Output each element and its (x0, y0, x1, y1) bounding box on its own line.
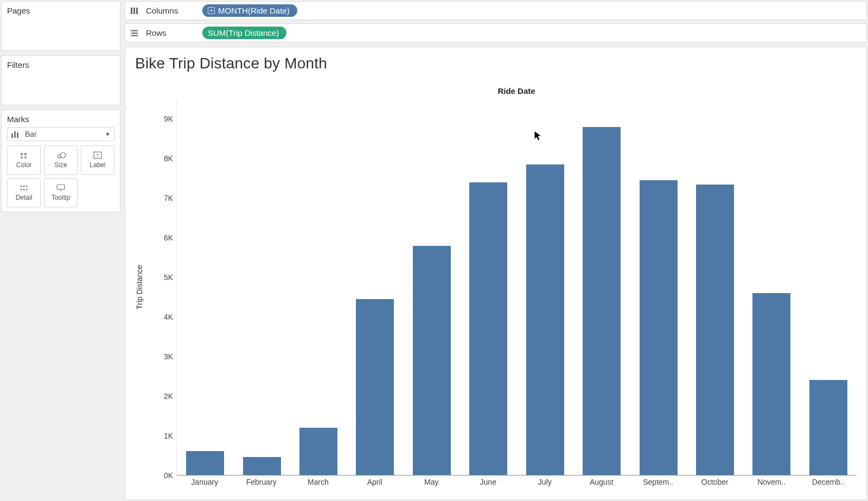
y-tick-label: 2K (164, 392, 173, 401)
svg-text:T: T (96, 153, 99, 158)
marks-color-button[interactable]: Color (7, 145, 41, 175)
bar-slot (743, 99, 800, 475)
marks-label: Marks (7, 115, 114, 124)
rows-shelf[interactable]: Rows SUM(Trip Distance) (125, 23, 867, 42)
y-tick-label: 9K (164, 115, 173, 123)
columns-label: Columns (146, 6, 195, 15)
x-tick-label: October (687, 475, 744, 490)
x-tick-label: January (176, 475, 233, 490)
y-tick-label: 5K (164, 273, 173, 282)
x-tick-label: April (347, 475, 404, 490)
marks-size-button[interactable]: Size (44, 145, 78, 175)
y-tick-label: 3K (164, 352, 173, 361)
detail-icon (19, 184, 29, 192)
bar[interactable] (583, 127, 621, 475)
rows-pill-label: SUM(Trip Distance) (208, 28, 279, 37)
mark-type-select[interactable]: Bar ▼ (7, 127, 114, 141)
bar[interactable] (186, 451, 224, 475)
svg-rect-2 (17, 132, 18, 138)
svg-point-14 (21, 189, 22, 191)
bar-slot (460, 99, 516, 475)
columns-shelf[interactable]: Columns + MONTH(Ride Date) (125, 1, 867, 20)
pages-label: Pages (7, 6, 114, 15)
x-tick-label: Septem.. (630, 475, 687, 490)
x-tick-label: March (290, 475, 347, 490)
marks-card: Marks Bar ▼ (1, 110, 120, 212)
marks-detail-label: Detail (16, 194, 33, 201)
x-axis-ticks: JanuaryFebruaryMarchAprilMayJuneJulyAugu… (176, 475, 857, 490)
bar-slot (800, 99, 857, 475)
bar[interactable] (752, 293, 790, 475)
svg-point-8 (60, 153, 66, 158)
svg-rect-17 (57, 185, 65, 189)
y-tick-label: 4K (164, 313, 173, 321)
x-tick-label: Decemb.. (800, 475, 857, 490)
visualization-canvas[interactable]: Bike Trip Distance by Month Ride Date Tr… (125, 47, 867, 500)
x-tick-label: August (573, 475, 630, 490)
svg-point-6 (24, 156, 27, 159)
tooltip-icon (56, 184, 66, 192)
y-tick-label: 8K (164, 154, 173, 163)
pages-card[interactable]: Pages (1, 1, 120, 51)
marks-tooltip-label: Tooltip (52, 194, 71, 201)
svg-point-4 (24, 153, 27, 156)
bar-slot (347, 99, 403, 475)
svg-point-5 (21, 156, 23, 159)
svg-point-15 (23, 189, 25, 191)
svg-point-12 (23, 186, 25, 187)
x-axis-title: Ride Date (176, 86, 857, 99)
bar-slot (177, 99, 233, 475)
rows-label: Rows (146, 28, 195, 37)
svg-point-16 (26, 189, 28, 191)
size-icon (55, 151, 67, 159)
bar-slot (687, 99, 743, 475)
y-tick-label: 0K (164, 471, 173, 480)
bar[interactable] (356, 299, 394, 475)
svg-rect-20 (136, 8, 138, 14)
bar[interactable] (299, 428, 337, 475)
label-icon: T (93, 151, 103, 159)
expand-icon: + (208, 7, 215, 14)
y-axis-ticks: 0K1K2K3K4K5K6K7K8K9K (150, 99, 176, 475)
bar-slot (233, 99, 290, 475)
x-tick-label: February (233, 475, 290, 490)
chart-title[interactable]: Bike Trip Distance by Month (125, 47, 866, 75)
filters-card[interactable]: Filters (1, 55, 120, 105)
bar[interactable] (469, 182, 507, 475)
chart-plot-area[interactable] (176, 99, 857, 475)
bar-slot (290, 99, 347, 475)
bar[interactable] (243, 457, 281, 475)
marks-detail-button[interactable]: Detail (7, 178, 41, 207)
columns-icon (130, 7, 138, 15)
svg-point-3 (21, 153, 23, 156)
rows-icon (130, 29, 138, 37)
rows-pill[interactable]: SUM(Trip Distance) (202, 27, 286, 39)
bar-slot (630, 99, 686, 475)
columns-pill[interactable]: + MONTH(Ride Date) (202, 4, 297, 17)
color-icon (19, 151, 29, 159)
svg-point-24 (130, 30, 131, 31)
bar[interactable] (809, 380, 847, 475)
bar[interactable] (696, 185, 734, 475)
y-axis-title: Trip Distance (135, 99, 150, 475)
x-tick-label: Novem.. (743, 475, 800, 490)
y-tick-label: 7K (164, 194, 173, 202)
svg-rect-0 (11, 134, 13, 138)
y-tick-label: 1K (164, 432, 173, 440)
x-tick-label: July (516, 475, 573, 490)
marks-label-button[interactable]: T Label (81, 145, 114, 175)
svg-rect-18 (131, 8, 132, 14)
svg-point-13 (26, 186, 28, 187)
svg-point-25 (130, 33, 131, 34)
columns-pill-label: MONTH(Ride Date) (218, 6, 290, 15)
svg-rect-1 (14, 131, 16, 138)
chevron-down-icon: ▼ (105, 131, 111, 137)
bar[interactable] (413, 246, 451, 475)
marks-color-label: Color (16, 161, 32, 169)
mark-type-label: Bar (25, 130, 105, 138)
svg-point-26 (130, 35, 131, 36)
filters-label: Filters (7, 60, 114, 69)
marks-tooltip-button[interactable]: Tooltip (44, 178, 78, 207)
bar[interactable] (640, 180, 678, 475)
bar[interactable] (526, 164, 564, 475)
